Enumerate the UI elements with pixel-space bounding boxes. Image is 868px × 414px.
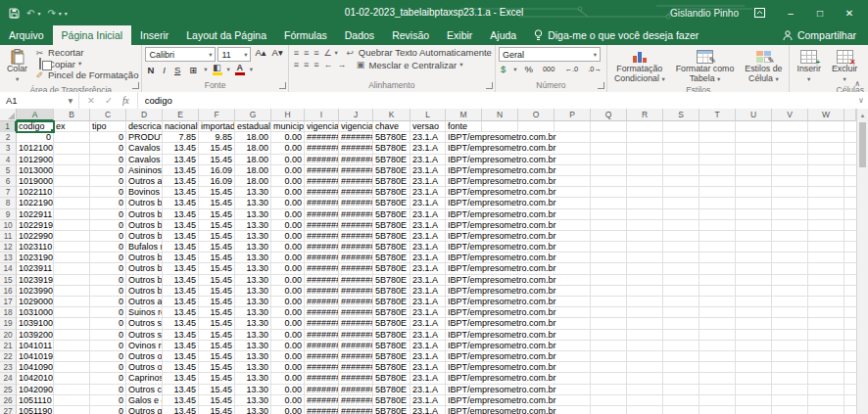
cell-W1[interactable] bbox=[808, 121, 844, 132]
cell-A17[interactable]: 1029000 bbox=[17, 297, 54, 307]
cell-F10[interactable]: 15.45 bbox=[199, 220, 235, 231]
align-top-icon[interactable]: ≡ bbox=[292, 48, 301, 58]
cell-K14[interactable]: 5B780E bbox=[373, 263, 410, 274]
font-dialog-launcher-icon[interactable] bbox=[279, 82, 286, 89]
cell-E22[interactable]: 13.45 bbox=[163, 351, 199, 362]
cell-B11[interactable] bbox=[54, 231, 90, 242]
cell-G8[interactable]: 13.30 bbox=[235, 198, 271, 208]
tab-layout-da-pagina[interactable]: Layout da Página bbox=[177, 25, 275, 45]
cell-partial-22[interactable] bbox=[844, 351, 856, 362]
row-header-18[interactable]: 18 bbox=[0, 307, 17, 318]
cell-J23[interactable]: ######## bbox=[339, 362, 373, 373]
cell-I3[interactable]: ######## bbox=[305, 143, 339, 154]
cell-P15[interactable] bbox=[555, 275, 591, 286]
cell-A10[interactable]: 1022919 bbox=[17, 220, 54, 231]
cell-P18[interactable] bbox=[555, 307, 591, 318]
cell-H12[interactable]: 0.00 bbox=[271, 242, 305, 253]
cell-L1[interactable]: versao bbox=[410, 121, 446, 132]
cell-I16[interactable]: ######## bbox=[305, 286, 339, 297]
share-button[interactable]: Compartilhar bbox=[771, 25, 868, 45]
cell-A24[interactable]: 1042010 bbox=[17, 373, 54, 384]
number-dialog-launcher-icon[interactable] bbox=[598, 82, 604, 89]
collapse-ribbon-icon[interactable]: ∧ bbox=[854, 79, 860, 88]
cell-D3[interactable]: Cavalos re bbox=[126, 143, 163, 154]
cell-partial-14[interactable] bbox=[844, 263, 856, 274]
cell-W3[interactable] bbox=[808, 143, 844, 154]
cell-F13[interactable]: 15.45 bbox=[199, 253, 235, 263]
cell-E8[interactable]: 13.45 bbox=[163, 198, 199, 208]
cell-U22[interactable] bbox=[736, 351, 772, 362]
cell-C27[interactable]: 0 bbox=[90, 406, 126, 414]
cell-D2[interactable]: PRODUTO bbox=[126, 132, 163, 143]
cell-G6[interactable]: 18.00 bbox=[235, 176, 271, 187]
cell-E27[interactable]: 13.45 bbox=[163, 406, 199, 414]
cell-L20[interactable]: 23.1.A bbox=[410, 330, 446, 341]
tab-formulas[interactable]: Fórmulas bbox=[275, 25, 336, 45]
cell-I19[interactable]: ######## bbox=[305, 318, 339, 329]
cell-S3[interactable] bbox=[663, 143, 699, 154]
accounting-format-icon[interactable]: $ bbox=[499, 64, 507, 74]
cell-F11[interactable]: 15.45 bbox=[199, 231, 235, 242]
font-color-icon[interactable]: A bbox=[235, 64, 245, 75]
cell-A27[interactable]: 1051190 bbox=[17, 406, 54, 414]
cell-R2[interactable] bbox=[627, 132, 663, 143]
cell-E25[interactable]: 13.45 bbox=[163, 385, 199, 395]
cell-M1[interactable]: fonte bbox=[446, 121, 482, 132]
cell-R1[interactable] bbox=[627, 121, 663, 132]
cell-V17[interactable] bbox=[772, 297, 808, 307]
clipboard-dialog-launcher-icon[interactable] bbox=[132, 82, 139, 89]
cell-J7[interactable]: ######## bbox=[339, 187, 373, 198]
cell-C17[interactable]: 0 bbox=[90, 297, 126, 307]
cell-W12[interactable] bbox=[808, 242, 844, 253]
cell-L9[interactable]: 23.1.A bbox=[410, 209, 446, 220]
cell-P16[interactable] bbox=[555, 286, 591, 297]
cell-V5[interactable] bbox=[772, 165, 808, 176]
cell-F24[interactable]: 15.45 bbox=[199, 373, 235, 384]
cell-T24[interactable] bbox=[699, 373, 736, 384]
cell-F23[interactable]: 15.45 bbox=[199, 362, 235, 373]
wrap-text-button[interactable]: ↩ Quebrar Texto Automaticamente bbox=[345, 47, 492, 59]
col-header-D[interactable]: D bbox=[126, 109, 163, 121]
cell-A1[interactable]: codigo bbox=[17, 121, 54, 132]
cell-I11[interactable]: ######## bbox=[305, 231, 339, 242]
cell-C15[interactable]: 0 bbox=[90, 275, 126, 286]
cell-C7[interactable]: 0 bbox=[90, 187, 126, 198]
cell-W4[interactable] bbox=[808, 155, 844, 165]
format-as-table-button[interactable]: ✎ Formatar como Tabela ▾ bbox=[672, 47, 739, 84]
cell-V2[interactable] bbox=[772, 132, 808, 143]
cell-B19[interactable] bbox=[54, 318, 90, 329]
enter-icon[interactable]: ✓ bbox=[105, 95, 113, 106]
cell-Q24[interactable] bbox=[591, 373, 627, 384]
cell-B1[interactable]: ex bbox=[54, 121, 90, 132]
cell-K23[interactable]: 5B780E bbox=[373, 362, 410, 373]
cell-B24[interactable] bbox=[54, 373, 90, 384]
cell-I12[interactable]: ######## bbox=[305, 242, 339, 253]
cell-H16[interactable]: 0.00 bbox=[271, 286, 305, 297]
row-header-13[interactable]: 13 bbox=[0, 253, 17, 263]
cell-Q21[interactable] bbox=[591, 341, 627, 351]
cell-I27[interactable]: ######## bbox=[305, 406, 339, 414]
cell-J9[interactable]: ######## bbox=[339, 209, 373, 220]
cell-W21[interactable] bbox=[808, 341, 844, 351]
cell-Q3[interactable] bbox=[591, 143, 627, 154]
cell-F16[interactable]: 15.45 bbox=[199, 286, 235, 297]
cell-W25[interactable] bbox=[808, 385, 844, 395]
cell-H10[interactable]: 0.00 bbox=[271, 220, 305, 231]
cell-U1[interactable] bbox=[736, 121, 772, 132]
cell-L14[interactable]: 23.1.A bbox=[410, 263, 446, 274]
row-header-3[interactable]: 3 bbox=[0, 143, 17, 154]
cell-T8[interactable] bbox=[699, 198, 736, 208]
select-all-corner[interactable] bbox=[0, 109, 17, 121]
cell-H22[interactable]: 0.00 bbox=[271, 351, 305, 362]
cell-F22[interactable]: 15.45 bbox=[199, 351, 235, 362]
number-format-combo[interactable]: Geral▾ bbox=[499, 47, 601, 62]
cell-F27[interactable]: 15.45 bbox=[199, 406, 235, 414]
cell-R27[interactable] bbox=[627, 406, 663, 414]
cell-K19[interactable]: 5B780E bbox=[373, 318, 410, 329]
cell-C4[interactable]: 0 bbox=[90, 155, 126, 165]
cell-G17[interactable]: 13.30 bbox=[235, 297, 271, 307]
cell-T6[interactable] bbox=[699, 176, 736, 187]
cell-S5[interactable] bbox=[663, 165, 699, 176]
cell-W19[interactable] bbox=[808, 318, 844, 329]
cell-P26[interactable] bbox=[555, 395, 591, 406]
